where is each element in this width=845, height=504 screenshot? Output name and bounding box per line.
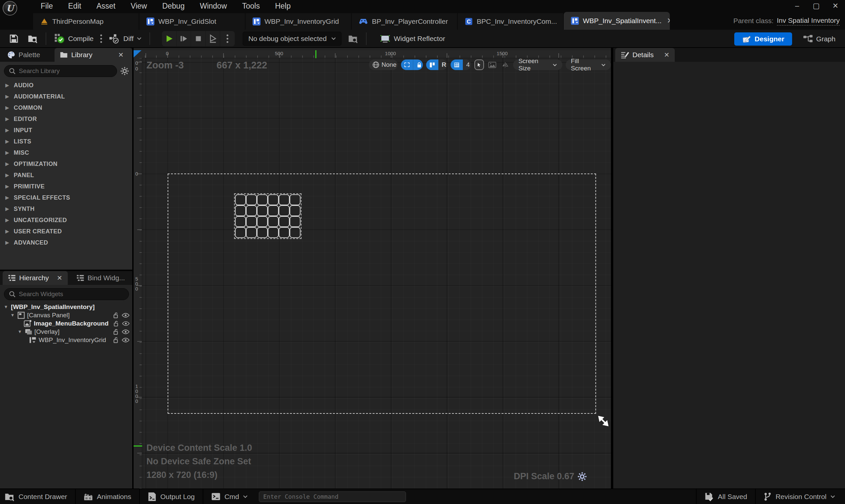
expander-triangle-icon[interactable]: ▶ bbox=[5, 195, 9, 201]
inventory-slot[interactable] bbox=[279, 227, 290, 238]
localization-preview-control[interactable]: None bbox=[369, 59, 398, 70]
grid-snap-size-value[interactable]: 4 bbox=[463, 59, 471, 70]
library-category-row[interactable]: ▶ COMMON bbox=[0, 102, 132, 113]
inventory-slot[interactable] bbox=[235, 227, 246, 238]
inventory-slot[interactable] bbox=[235, 205, 246, 216]
unlocked-icon[interactable] bbox=[113, 312, 119, 319]
inventory-slot[interactable] bbox=[268, 216, 279, 227]
library-category-row[interactable]: ▶ PRIMITIVE bbox=[0, 181, 132, 192]
inventory-slot[interactable] bbox=[290, 194, 301, 205]
tab-hierarchy[interactable]: Hierarchy ✕ bbox=[3, 271, 68, 285]
grid-snap-toggle[interactable] bbox=[451, 59, 463, 70]
expander-triangle-icon[interactable]: ▶ bbox=[5, 116, 9, 122]
expander-triangle-icon[interactable]: ▶ bbox=[5, 105, 9, 111]
visibility-eye-icon[interactable] bbox=[122, 321, 130, 326]
resize-handle-icon[interactable] bbox=[598, 415, 609, 427]
tree-row-wbp-inv-inventorygrid[interactable]: WBP_Inv_InventoryGrid bbox=[0, 336, 132, 344]
library-category-row[interactable]: ▶ INPUT bbox=[0, 125, 132, 136]
unlocked-icon[interactable] bbox=[113, 337, 119, 343]
frame-skip-button[interactable] bbox=[177, 31, 191, 46]
details-tab-close-icon[interactable]: ✕ bbox=[664, 51, 669, 59]
library-category-row[interactable]: ▶ USER CREATED bbox=[0, 226, 132, 237]
revision-control-dropdown[interactable]: Revision Control bbox=[756, 489, 845, 504]
tab-palette[interactable]: Palette bbox=[0, 48, 45, 62]
window-maximize-button[interactable]: ▢ bbox=[807, 0, 826, 12]
tree-row-root[interactable]: ▼ [WBP_Inv_SpatialInventory] bbox=[0, 303, 132, 311]
console-command-box[interactable] bbox=[259, 491, 406, 502]
visibility-eye-icon[interactable] bbox=[122, 313, 130, 318]
inventory-slot[interactable] bbox=[257, 194, 268, 205]
widget-design-bounds[interactable] bbox=[168, 174, 596, 414]
library-category-row[interactable]: ▶ UNCATEGORIZED bbox=[0, 215, 132, 226]
widget-search-input[interactable] bbox=[19, 290, 124, 298]
inventory-slot[interactable] bbox=[257, 216, 268, 227]
tab-wbp-inv-gridslot[interactable]: WBP_Inv_GridSlot bbox=[139, 13, 245, 30]
dpi-settings-gear-icon[interactable] bbox=[578, 472, 587, 481]
inventory-slot[interactable] bbox=[279, 216, 290, 227]
console-command-input[interactable] bbox=[263, 493, 402, 500]
unlocked-icon[interactable] bbox=[113, 320, 119, 327]
library-category-row[interactable]: ▶ MISC bbox=[0, 147, 132, 158]
library-search[interactable] bbox=[4, 65, 117, 77]
library-category-row[interactable]: ▶ SYNTH bbox=[0, 203, 132, 215]
expander-triangle-icon[interactable]: ▶ bbox=[5, 82, 9, 88]
content-drawer-button[interactable]: Content Drawer bbox=[0, 489, 75, 504]
tab-bind-widgets[interactable]: Bind Widg... bbox=[71, 271, 130, 285]
visibility-eye-icon[interactable] bbox=[122, 338, 130, 343]
preview-background-button[interactable] bbox=[487, 59, 497, 70]
library-category-row[interactable]: ▶ EDITOR bbox=[0, 113, 132, 125]
debug-object-dropdown[interactable]: No debug object selected bbox=[242, 32, 342, 46]
inventory-slot[interactable] bbox=[246, 227, 257, 238]
inventory-slot[interactable] bbox=[290, 216, 301, 227]
tab-library[interactable]: Library ✕ bbox=[55, 48, 132, 62]
screen-size-dropdown[interactable]: Screen Size bbox=[513, 59, 562, 70]
diff-button[interactable]: Diff bbox=[104, 31, 146, 46]
save-button[interactable] bbox=[5, 31, 23, 46]
inventory-slot[interactable] bbox=[290, 205, 301, 216]
tree-row-overlay[interactable]: ▼ [Overlay] bbox=[0, 327, 132, 336]
play-options-kebab[interactable] bbox=[220, 31, 235, 46]
tab-wbp-inv-spatialinventory[interactable]: WBP_Inv_SpatialInvent... ✕ bbox=[564, 12, 670, 30]
library-tab-close-icon[interactable]: ✕ bbox=[118, 51, 124, 59]
library-search-input[interactable] bbox=[19, 68, 112, 75]
expander-triangle-icon[interactable]: ▶ bbox=[5, 240, 9, 246]
lock-widgets-toggle[interactable] bbox=[413, 59, 423, 70]
animations-button[interactable]: Animations bbox=[76, 489, 139, 504]
expander-triangle-icon[interactable]: ▶ bbox=[5, 228, 9, 234]
expander-triangle-icon[interactable]: ▶ bbox=[5, 172, 9, 178]
compile-options-kebab[interactable] bbox=[98, 31, 104, 46]
show-outlines-toggle[interactable] bbox=[426, 59, 438, 70]
collapse-triangle-icon[interactable]: ▼ bbox=[3, 304, 8, 309]
respect-locks-toggle[interactable]: R bbox=[438, 59, 447, 70]
stop-button[interactable] bbox=[191, 31, 205, 46]
menu-asset[interactable]: Asset bbox=[89, 0, 123, 12]
parent-class-link[interactable]: Inv Spatial Inventory bbox=[777, 17, 840, 25]
expander-triangle-icon[interactable]: ▶ bbox=[5, 93, 9, 100]
library-category-row[interactable]: ▶ LISTS bbox=[0, 136, 132, 147]
library-category-row[interactable]: ▶ SPECIAL EFFECTS bbox=[0, 192, 132, 203]
tab-thirdpersonmap[interactable]: ThirdPersonMap bbox=[33, 13, 139, 30]
designer-viewport[interactable]: 0 500 1000 1500 0 0 0 500 1000 Zoom -3 6… bbox=[133, 48, 611, 488]
expander-triangle-icon[interactable]: ▶ bbox=[5, 139, 9, 144]
collapse-triangle-icon[interactable]: ▼ bbox=[10, 313, 15, 318]
menu-file[interactable]: File bbox=[33, 0, 60, 12]
inventory-slot[interactable] bbox=[246, 205, 257, 216]
browse-to-asset-button[interactable] bbox=[23, 31, 42, 46]
select-widgets-toggle[interactable] bbox=[401, 59, 413, 70]
widget-reflector-button[interactable]: Widget Reflector bbox=[375, 31, 450, 46]
inventory-slot[interactable] bbox=[246, 194, 257, 205]
tab-details[interactable]: Details ✕ bbox=[615, 48, 675, 62]
expander-triangle-icon[interactable]: ▶ bbox=[5, 183, 9, 190]
all-saved-status[interactable]: All Saved bbox=[697, 489, 755, 504]
widget-search[interactable] bbox=[4, 288, 129, 300]
menu-help[interactable]: Help bbox=[267, 0, 298, 12]
inventory-grid-widget[interactable] bbox=[235, 194, 301, 238]
tree-row-image-menubackground[interactable]: Image_MenuBackground bbox=[0, 319, 132, 327]
library-category-row[interactable]: ▶ AUDIOMATERIAL bbox=[0, 91, 132, 102]
tab-bpc-inv-inventorycomponent[interactable]: C BPC_Inv_InventoryCom... bbox=[457, 13, 564, 30]
inventory-slot[interactable] bbox=[235, 194, 246, 205]
fill-screen-dropdown[interactable]: Fill Screen bbox=[565, 59, 611, 70]
cmd-dropdown[interactable]: Cmd bbox=[203, 489, 255, 504]
library-category-row[interactable]: ▶ ADVANCED bbox=[0, 237, 132, 248]
inventory-slot[interactable] bbox=[268, 205, 279, 216]
